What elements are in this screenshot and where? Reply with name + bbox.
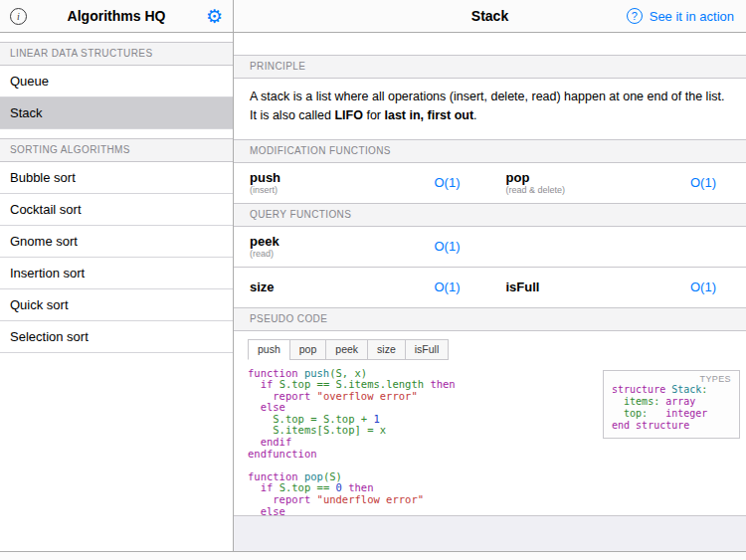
principle-part: . bbox=[473, 108, 476, 122]
types-code-block: structure Stack: items: array top: integ… bbox=[612, 384, 731, 432]
query-functions-header: QUERY FUNCTIONS bbox=[234, 203, 746, 227]
function-name: pop bbox=[506, 170, 566, 185]
function-push-labels: push (insert) bbox=[250, 170, 280, 195]
sidebar-item-queue[interactable]: Queue bbox=[0, 66, 233, 97]
navbar-actions: ? See it in action bbox=[627, 8, 734, 24]
code-tabs: push pop peek size isFull bbox=[248, 339, 746, 360]
sidebar-item-stack[interactable]: Stack bbox=[0, 97, 233, 129]
sidebar-item-selection-sort[interactable]: Selection sort bbox=[0, 321, 233, 353]
code-area: function push(S, x) if S.top == S.items.… bbox=[234, 368, 746, 516]
settings-gear-icon[interactable]: ⚙ bbox=[206, 7, 223, 26]
modification-row: push (insert) O(1) pop (read & delete) O… bbox=[234, 163, 746, 203]
pseudo-code-header: PSEUDO CODE bbox=[234, 307, 746, 331]
principle-part: A stack is a list where all operations (… bbox=[250, 90, 724, 122]
sidebar-item-quick-sort[interactable]: Quick sort bbox=[0, 289, 233, 321]
tab-push[interactable]: push bbox=[248, 339, 290, 360]
sidebar: Algorithms HQ i ⚙ LINEAR DATA STRUCTURES… bbox=[0, 0, 234, 560]
principle-part-bold: LIFO bbox=[334, 108, 362, 122]
sidebar-section-sorting: SORTING ALGORITHMS bbox=[0, 138, 233, 162]
types-label: TYPES bbox=[612, 374, 731, 384]
query-row-peek: peek (read) O(1) bbox=[234, 227, 746, 268]
pseudo-code-section: push pop peek size isFull function push(… bbox=[234, 331, 746, 516]
principle-header: PRINCIPLE bbox=[234, 55, 746, 79]
empty-cell bbox=[490, 227, 746, 267]
principle-part: for bbox=[363, 108, 385, 122]
detail-navbar: Stack ? See it in action bbox=[234, 0, 746, 33]
sidebar-section-linear: LINEAR DATA STRUCTURES bbox=[0, 42, 233, 66]
tab-peek[interactable]: peek bbox=[325, 339, 368, 360]
function-isfull-labels: isFull bbox=[506, 280, 540, 294]
function-note: (insert) bbox=[250, 185, 280, 195]
complexity-badge: O(1) bbox=[435, 175, 461, 190]
sidebar-item-cocktail-sort[interactable]: Cocktail sort bbox=[0, 194, 233, 226]
modification-functions-header: MODIFICATION FUNCTIONS bbox=[234, 139, 746, 163]
types-box: TYPES structure Stack: items: array top:… bbox=[603, 370, 740, 439]
complexity-badge: O(1) bbox=[435, 239, 461, 254]
function-push: push (insert) O(1) bbox=[234, 163, 490, 203]
function-size: size O(1) bbox=[234, 268, 490, 307]
see-it-in-action-link[interactable]: See it in action bbox=[650, 9, 734, 24]
principle-text: A stack is a list where all operations (… bbox=[234, 79, 746, 139]
sidebar-item-bubble-sort[interactable]: Bubble sort bbox=[0, 162, 233, 194]
info-icon[interactable]: i bbox=[10, 8, 27, 25]
sidebar-item-gnome-sort[interactable]: Gnome sort bbox=[0, 226, 233, 258]
function-note: (read & delete) bbox=[506, 185, 566, 195]
function-size-labels: size bbox=[250, 280, 275, 294]
function-name: peek bbox=[250, 234, 280, 249]
query-row-size-isfull: size O(1) isFull O(1) bbox=[234, 268, 746, 307]
function-peek: peek (read) O(1) bbox=[234, 227, 490, 267]
complexity-badge: O(1) bbox=[690, 175, 716, 190]
tab-isfull[interactable]: isFull bbox=[405, 339, 450, 360]
detail-pane: Stack ? See it in action PRINCIPLE A sta… bbox=[234, 0, 746, 560]
function-peek-labels: peek (read) bbox=[250, 234, 280, 259]
principle-part-bold: last in, first out bbox=[384, 108, 473, 122]
sidebar-item-insertion-sort[interactable]: Insertion sort bbox=[0, 258, 233, 289]
function-pop-labels: pop (read & delete) bbox=[506, 170, 566, 195]
function-name: push bbox=[250, 170, 280, 185]
tab-pop[interactable]: pop bbox=[289, 339, 327, 360]
function-name: isFull bbox=[506, 280, 540, 294]
app-window: Algorithms HQ i ⚙ LINEAR DATA STRUCTURES… bbox=[0, 0, 746, 560]
function-pop: pop (read & delete) O(1) bbox=[490, 163, 746, 203]
function-isfull: isFull O(1) bbox=[490, 268, 746, 307]
app-title: Algorithms HQ bbox=[0, 8, 233, 24]
bottom-bar bbox=[0, 551, 746, 560]
sidebar-navbar: Algorithms HQ i ⚙ bbox=[0, 0, 233, 33]
help-icon[interactable]: ? bbox=[627, 8, 643, 24]
function-name: size bbox=[250, 280, 275, 294]
tab-size[interactable]: size bbox=[367, 339, 406, 360]
complexity-badge: O(1) bbox=[690, 280, 716, 294]
function-note: (read) bbox=[250, 249, 280, 259]
complexity-badge: O(1) bbox=[435, 280, 461, 294]
